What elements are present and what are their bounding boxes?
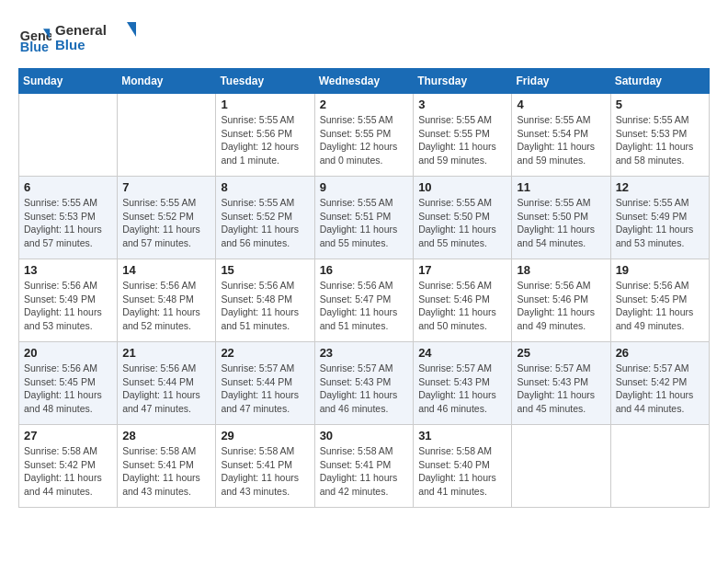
column-header-monday: Monday <box>118 69 216 94</box>
column-header-wednesday: Wednesday <box>314 69 414 94</box>
column-header-tuesday: Tuesday <box>216 69 314 94</box>
day-number: 10 <box>418 180 506 194</box>
day-number: 17 <box>418 263 506 277</box>
day-info: Sunrise: 5:57 AMSunset: 5:42 PMDaylight:… <box>616 362 704 416</box>
calendar-cell: 4Sunrise: 5:55 AMSunset: 5:54 PMDaylight… <box>512 94 610 177</box>
page-header: General Blue General Blue <box>18 18 710 59</box>
day-info: Sunrise: 5:55 AMSunset: 5:56 PMDaylight:… <box>221 113 309 167</box>
calendar-header-row: SundayMondayTuesdayWednesdayThursdayFrid… <box>19 69 710 94</box>
calendar-cell: 30Sunrise: 5:58 AMSunset: 5:41 PMDayligh… <box>314 425 414 508</box>
day-info: Sunrise: 5:56 AMSunset: 5:45 PMDaylight:… <box>24 362 112 416</box>
day-number: 3 <box>418 98 506 111</box>
day-number: 21 <box>122 346 210 360</box>
calendar-week-3: 13Sunrise: 5:56 AMSunset: 5:49 PMDayligh… <box>19 259 710 342</box>
day-info: Sunrise: 5:55 AMSunset: 5:50 PMDaylight:… <box>517 196 605 250</box>
day-info: Sunrise: 5:56 AMSunset: 5:46 PMDaylight:… <box>418 279 506 333</box>
day-info: Sunrise: 5:55 AMSunset: 5:49 PMDaylight:… <box>616 196 704 250</box>
day-number: 22 <box>221 346 309 360</box>
day-number: 13 <box>24 263 112 277</box>
day-number: 12 <box>616 180 704 194</box>
calendar-cell: 1Sunrise: 5:55 AMSunset: 5:56 PMDaylight… <box>216 94 314 177</box>
calendar-cell <box>118 94 216 177</box>
calendar-cell: 14Sunrise: 5:56 AMSunset: 5:48 PMDayligh… <box>118 259 216 342</box>
day-info: Sunrise: 5:56 AMSunset: 5:48 PMDaylight:… <box>221 279 309 333</box>
day-number: 18 <box>517 263 605 277</box>
day-number: 31 <box>418 429 506 442</box>
day-number: 8 <box>221 180 309 194</box>
day-info: Sunrise: 5:55 AMSunset: 5:52 PMDaylight:… <box>221 196 309 250</box>
day-info: Sunrise: 5:57 AMSunset: 5:43 PMDaylight:… <box>517 362 605 416</box>
day-info: Sunrise: 5:55 AMSunset: 5:53 PMDaylight:… <box>24 196 112 250</box>
day-info: Sunrise: 5:55 AMSunset: 5:53 PMDaylight:… <box>616 113 704 167</box>
calendar-cell: 10Sunrise: 5:55 AMSunset: 5:50 PMDayligh… <box>414 177 512 259</box>
calendar-cell: 19Sunrise: 5:56 AMSunset: 5:45 PMDayligh… <box>610 259 709 342</box>
calendar-cell: 21Sunrise: 5:56 AMSunset: 5:44 PMDayligh… <box>118 342 216 425</box>
day-info: Sunrise: 5:58 AMSunset: 5:41 PMDaylight:… <box>221 444 309 499</box>
day-info: Sunrise: 5:55 AMSunset: 5:54 PMDaylight:… <box>517 113 605 167</box>
column-header-sunday: Sunday <box>19 69 118 94</box>
calendar-week-5: 27Sunrise: 5:58 AMSunset: 5:42 PMDayligh… <box>19 425 710 508</box>
day-number: 6 <box>24 180 112 194</box>
column-header-thursday: Thursday <box>414 69 512 94</box>
logo-icon: General Blue <box>18 22 51 55</box>
day-info: Sunrise: 5:58 AMSunset: 5:42 PMDaylight:… <box>24 444 112 499</box>
day-info: Sunrise: 5:56 AMSunset: 5:45 PMDaylight:… <box>616 279 704 333</box>
logo: General Blue General Blue <box>18 18 138 59</box>
day-number: 19 <box>616 263 704 277</box>
day-number: 16 <box>320 263 409 277</box>
day-info: Sunrise: 5:55 AMSunset: 5:51 PMDaylight:… <box>320 196 409 250</box>
calendar-table: SundayMondayTuesdayWednesdayThursdayFrid… <box>18 68 710 508</box>
calendar-cell: 8Sunrise: 5:55 AMSunset: 5:52 PMDaylight… <box>216 177 314 259</box>
calendar-cell: 15Sunrise: 5:56 AMSunset: 5:48 PMDayligh… <box>216 259 314 342</box>
day-number: 15 <box>221 263 309 277</box>
day-number: 29 <box>221 429 309 442</box>
calendar-cell: 9Sunrise: 5:55 AMSunset: 5:51 PMDaylight… <box>314 177 414 259</box>
day-info: Sunrise: 5:56 AMSunset: 5:44 PMDaylight:… <box>122 362 210 416</box>
day-info: Sunrise: 5:55 AMSunset: 5:50 PMDaylight:… <box>418 196 506 250</box>
day-info: Sunrise: 5:55 AMSunset: 5:55 PMDaylight:… <box>418 113 506 167</box>
calendar-cell: 7Sunrise: 5:55 AMSunset: 5:52 PMDaylight… <box>118 177 216 259</box>
calendar-cell: 22Sunrise: 5:57 AMSunset: 5:44 PMDayligh… <box>216 342 314 425</box>
svg-text:Blue: Blue <box>55 37 85 52</box>
calendar-cell: 26Sunrise: 5:57 AMSunset: 5:42 PMDayligh… <box>610 342 709 425</box>
day-info: Sunrise: 5:55 AMSunset: 5:52 PMDaylight:… <box>122 196 210 250</box>
svg-marker-5 <box>127 22 136 37</box>
svg-text:Blue: Blue <box>20 40 49 54</box>
day-number: 4 <box>517 98 605 111</box>
day-info: Sunrise: 5:58 AMSunset: 5:40 PMDaylight:… <box>418 444 506 499</box>
day-number: 28 <box>122 429 210 442</box>
calendar-cell <box>512 425 610 508</box>
day-info: Sunrise: 5:57 AMSunset: 5:44 PMDaylight:… <box>221 362 309 416</box>
calendar-cell: 13Sunrise: 5:56 AMSunset: 5:49 PMDayligh… <box>19 259 118 342</box>
day-number: 14 <box>122 263 210 277</box>
calendar-cell: 6Sunrise: 5:55 AMSunset: 5:53 PMDaylight… <box>19 177 118 259</box>
day-number: 1 <box>221 98 309 111</box>
day-number: 5 <box>616 98 704 111</box>
day-number: 24 <box>418 346 506 360</box>
day-info: Sunrise: 5:56 AMSunset: 5:49 PMDaylight:… <box>24 279 112 333</box>
calendar-week-1: 1Sunrise: 5:55 AMSunset: 5:56 PMDaylight… <box>19 94 710 177</box>
day-info: Sunrise: 5:58 AMSunset: 5:41 PMDaylight:… <box>320 444 409 499</box>
calendar-cell: 27Sunrise: 5:58 AMSunset: 5:42 PMDayligh… <box>19 425 118 508</box>
day-number: 9 <box>320 180 409 194</box>
calendar-cell: 20Sunrise: 5:56 AMSunset: 5:45 PMDayligh… <box>19 342 118 425</box>
calendar-cell <box>610 425 709 508</box>
calendar-cell: 17Sunrise: 5:56 AMSunset: 5:46 PMDayligh… <box>414 259 512 342</box>
calendar-cell: 16Sunrise: 5:56 AMSunset: 5:47 PMDayligh… <box>314 259 414 342</box>
calendar-cell: 12Sunrise: 5:55 AMSunset: 5:49 PMDayligh… <box>610 177 709 259</box>
calendar-week-2: 6Sunrise: 5:55 AMSunset: 5:53 PMDaylight… <box>19 177 710 259</box>
day-number: 27 <box>24 429 112 442</box>
day-number: 11 <box>517 180 605 194</box>
day-info: Sunrise: 5:58 AMSunset: 5:41 PMDaylight:… <box>122 444 210 499</box>
day-number: 20 <box>24 346 112 360</box>
day-info: Sunrise: 5:55 AMSunset: 5:55 PMDaylight:… <box>320 113 409 167</box>
calendar-cell: 5Sunrise: 5:55 AMSunset: 5:53 PMDaylight… <box>610 94 709 177</box>
svg-text:General: General <box>55 22 107 38</box>
day-number: 7 <box>122 180 210 194</box>
calendar-cell: 31Sunrise: 5:58 AMSunset: 5:40 PMDayligh… <box>414 425 512 508</box>
day-number: 26 <box>616 346 704 360</box>
day-number: 30 <box>320 429 409 442</box>
day-info: Sunrise: 5:57 AMSunset: 5:43 PMDaylight:… <box>418 362 506 416</box>
calendar-cell: 23Sunrise: 5:57 AMSunset: 5:43 PMDayligh… <box>314 342 414 425</box>
calendar-cell <box>19 94 118 177</box>
